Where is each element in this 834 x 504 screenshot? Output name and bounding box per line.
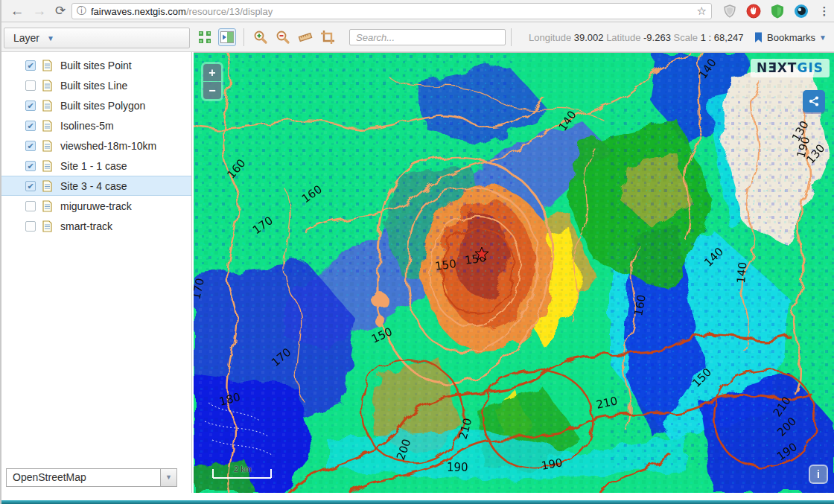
layer-document-icon [42,180,53,192]
layer-panel-header[interactable]: Layer ▼ [4,28,190,48]
eye-extension-icon[interactable] [794,4,809,19]
contour-label: 140 [734,261,749,284]
basemap-select[interactable]: OpenStreetMap ▼ [6,468,177,487]
layer-item-viewshed-18m-10km[interactable]: ✔viewshed-18m-10km [1,135,191,156]
layer-label: smart-track [60,220,112,232]
extent-box-button[interactable] [319,28,337,46]
layer-item-built-sites-point[interactable]: ✔Built sites Point [1,55,191,75]
longitude-value: 39.002 [574,32,604,43]
layer-label: Built sites Line [60,80,127,92]
layer-item-site-3-4-case[interactable]: ✔Site 3 - 4 case [1,176,191,196]
scale-value: 1 : 68,247 [701,32,744,43]
basemap-value: OpenStreetMap [7,469,160,486]
toolbar-separator [243,28,244,46]
zoom-in-button[interactable] [252,28,270,46]
page-info-icon[interactable]: ⓘ [77,4,86,18]
layer-visibility-checkbox[interactable]: ✔ [25,60,36,71]
layer-list: ✔Built sites PointBuilt sites Line✔Built… [1,55,191,462]
layer-item-built-sites-line[interactable]: Built sites Line [1,75,191,95]
map-canvas[interactable]: 1601601501501501701701701801401401401401… [194,52,834,493]
layer-document-icon [42,80,53,92]
layer-item-site-1-1-case[interactable]: ✔Site 1 - 1 case [1,156,191,176]
latitude-value: -9.263 [643,32,671,43]
chevron-down-icon: ▼ [47,34,54,42]
layer-label: Built sites Point [60,60,132,71]
layer-document-icon [42,220,53,232]
layer-document-icon [42,140,53,152]
layer-label: Isolines-5m [60,120,114,132]
back-button[interactable]: ← [7,1,27,22]
scale-bar-label: 2 km [234,465,252,473]
share-icon [808,95,820,107]
layer-visibility-checkbox[interactable]: ✔ [25,121,36,131]
share-button[interactable] [803,90,825,112]
address-bar[interactable]: ⓘ fairwaves.nextgis.com/resource/13/disp… [71,3,712,19]
measure-button[interactable] [296,28,314,46]
layer-document-icon [42,100,53,112]
layer-item-miguruwe-track[interactable]: miguruwe-track [1,196,191,216]
bookmark-icon [754,32,763,43]
browser-toolbar: ← → ⟳ ⓘ fairwaves.nextgis.com/resource/1… [1,0,834,22]
layer-visibility-checkbox[interactable]: ✔ [25,141,36,151]
layer-document-icon [42,160,53,172]
blocker-extension-icon[interactable] [746,4,761,19]
layer-label: miguruwe-track [60,200,132,212]
layer-visibility-checkbox[interactable]: ✔ [25,181,36,191]
viewshed-raster: 1601601501501501701701701801401401401401… [194,53,834,493]
layer-visibility-checkbox[interactable] [25,201,36,211]
layer-label: Built sites Polygon [60,100,145,112]
toggle-panel-button[interactable] [218,28,236,46]
zoom-out-button[interactable] [274,28,292,46]
nextgis-logo[interactable]: NƎXTGIS [751,59,830,77]
chevron-down-icon[interactable]: ▼ [160,469,176,486]
url-text[interactable]: fairwaves.nextgis.com/resource/13/displa… [91,6,694,17]
zoom-out-button[interactable]: − [203,82,221,99]
layer-label: Site 1 - 1 case [60,160,127,172]
layer-item-smart-track[interactable]: smart-track [1,216,191,236]
layer-item-isolines-5m[interactable]: ✔Isolines-5m [1,115,191,135]
layer-visibility-checkbox[interactable] [25,221,36,232]
layer-visibility-checkbox[interactable]: ✔ [25,161,36,171]
zoom-in-button[interactable]: + [203,64,221,81]
toolbar-separator [511,28,512,46]
contour-label: 190 [447,461,468,474]
attribution-info-button[interactable]: i [809,465,828,484]
search-input[interactable] [349,29,506,45]
zoom-to-extent-button[interactable] [196,28,214,46]
layer-document-icon [42,60,53,71]
coordinates-readout: Longitude 39.002 Latitude -9.263 Scale 1… [529,32,744,43]
forward-button[interactable]: → [30,1,49,22]
bookmark-star-icon[interactable]: ☆ [697,4,707,18]
chevron-down-icon: ▼ [819,34,827,42]
layer-label: Site 3 - 4 case [60,180,127,192]
map-zoom-control: + − [201,62,223,101]
layer-item-built-sites-polygon[interactable]: ✔Built sites Polygon [1,95,191,115]
layer-document-icon [42,200,53,212]
browser-window: ← → ⟳ ⓘ fairwaves.nextgis.com/resource/1… [0,0,834,504]
scale-bar: 2 km [211,466,276,481]
map-toolbar: Longitude 39.002 Latitude -9.263 Scale 1… [194,22,834,52]
browser-menu-button[interactable]: ⋮ [818,1,831,21]
shield-extension-icon[interactable] [722,4,737,19]
privacy-extension-icon[interactable] [770,4,785,19]
reload-button[interactable]: ⟳ [51,1,70,22]
bookmarks-button[interactable]: Bookmarks ▼ [754,32,827,43]
layer-label: viewshed-18m-10km [60,140,156,152]
layer-visibility-checkbox[interactable] [25,80,36,91]
layer-visibility-checkbox[interactable]: ✔ [25,101,36,111]
taskbar-edge [1,500,834,504]
layer-panel: ✔Built sites PointBuilt sites Line✔Built… [1,52,192,493]
layer-document-icon [42,120,53,132]
